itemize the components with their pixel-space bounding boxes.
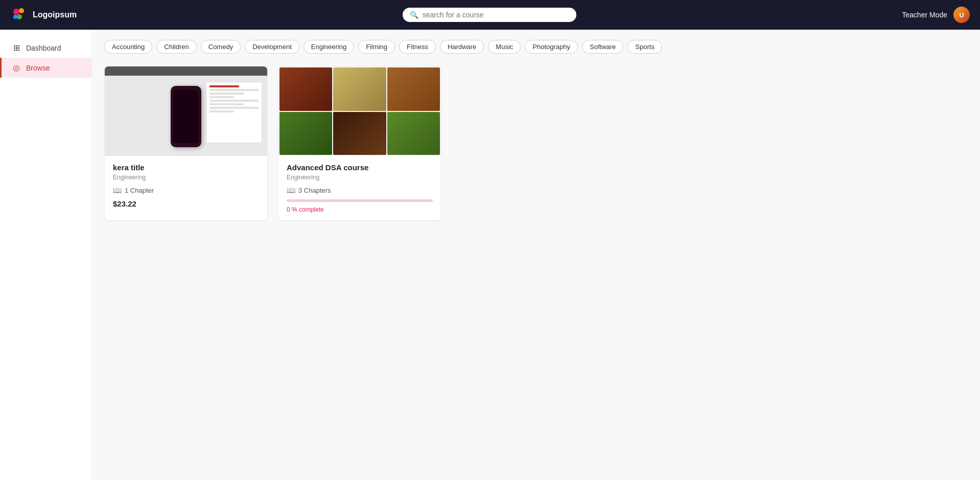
teacher-mode-area: Teacher Mode U: [902, 7, 970, 23]
avatar[interactable]: U: [953, 7, 970, 23]
category-tag-development[interactable]: Development: [245, 40, 299, 54]
teacher-mode-label: Teacher Mode: [902, 11, 947, 19]
category-tag-music[interactable]: Music: [488, 40, 521, 54]
topbar: Logoipsum 🔍 Teacher Mode U: [0, 0, 980, 30]
spice-cell-4: [279, 112, 332, 155]
dashboard-icon: ⊞: [12, 43, 21, 53]
category-tag-hardware[interactable]: Hardware: [440, 40, 484, 54]
doc-line: [209, 110, 234, 112]
course-price-kera: $23.22: [113, 199, 259, 208]
doc-preview: [206, 82, 262, 143]
phone-screen: [173, 90, 199, 143]
doc-line: [209, 103, 244, 105]
doc-line: [209, 89, 259, 91]
progress-text: 0 % complete: [287, 206, 433, 213]
category-tag-children[interactable]: Children: [156, 40, 196, 54]
svg-point-0: [13, 9, 19, 15]
category-tag-engineering[interactable]: Engineering: [304, 40, 354, 54]
logo-area: Logoipsum: [10, 6, 77, 24]
spice-cell-3: [387, 67, 440, 111]
browse-icon: ◎: [12, 63, 21, 73]
course-info-kera: kera title Engineering 📖 1 Chapter $23.2…: [105, 156, 267, 215]
main-layout: ⊞ Dashboard ◎ Browse AccountingChildrenC…: [0, 30, 980, 480]
doc-line: [209, 93, 244, 95]
phone-mockup: [171, 86, 201, 147]
chapters-label-dsa: 3 Chapters: [298, 187, 331, 194]
course-title-kera: kera title: [113, 163, 259, 172]
progress-bar-container: [287, 199, 433, 202]
category-tag-filming[interactable]: Filming: [358, 40, 395, 54]
doc-line: [209, 96, 234, 98]
course-thumbnail-dsa: [278, 66, 441, 156]
course-category-dsa: Engineering: [287, 174, 433, 181]
course-card-kera-title[interactable]: kera title Engineering 📖 1 Chapter $23.2…: [104, 66, 268, 221]
book-icon-dsa: 📖: [287, 186, 295, 194]
course-info-dsa: Advanced DSA course Engineering 📖 3 Chap…: [278, 156, 441, 220]
category-tag-accounting[interactable]: Accounting: [104, 40, 152, 54]
doc-line: [209, 100, 259, 102]
logo-icon: [10, 6, 29, 24]
sidebar: ⊞ Dashboard ◎ Browse: [0, 30, 92, 480]
course-title-dsa: Advanced DSA course: [287, 163, 433, 172]
browser-bar: [105, 66, 267, 76]
course-category-kera: Engineering: [113, 174, 259, 181]
course-grid: kera title Engineering 📖 1 Chapter $23.2…: [104, 66, 968, 221]
svg-point-3: [13, 15, 17, 19]
spice-cell-6: [387, 112, 440, 155]
spice-cell-2: [333, 67, 386, 111]
search-bar[interactable]: 🔍: [403, 8, 576, 22]
category-tag-comedy[interactable]: Comedy: [201, 40, 241, 54]
course-chapters-kera: 📖 1 Chapter: [113, 186, 259, 194]
doc-line: [209, 107, 259, 109]
category-tag-photography[interactable]: Photography: [525, 40, 578, 54]
svg-point-1: [19, 8, 24, 13]
logo-text: Logoipsum: [33, 10, 77, 19]
chapters-label-kera: 1 Chapter: [125, 187, 154, 194]
course-card-advanced-dsa[interactable]: Advanced DSA course Engineering 📖 3 Chap…: [278, 66, 441, 221]
sidebar-item-label-dashboard: Dashboard: [26, 44, 61, 52]
search-input[interactable]: [423, 11, 569, 19]
category-tag-fitness[interactable]: Fitness: [399, 40, 436, 54]
spice-cell-1: [279, 67, 332, 111]
sidebar-item-dashboard[interactable]: ⊞ Dashboard: [0, 38, 91, 58]
category-tag-software[interactable]: Software: [582, 40, 623, 54]
doc-line: [209, 85, 239, 87]
spice-cell-5: [333, 112, 386, 155]
svg-point-2: [17, 14, 22, 19]
course-thumbnail-kera: [105, 66, 267, 156]
category-tag-sports[interactable]: Sports: [627, 40, 662, 54]
sidebar-item-label-browse: Browse: [26, 64, 50, 72]
book-icon: 📖: [113, 186, 122, 194]
content-area: AccountingChildrenComedyDevelopmentEngin…: [92, 30, 980, 480]
search-icon: 🔍: [410, 11, 418, 19]
course-chapters-dsa: 📖 3 Chapters: [287, 186, 433, 194]
sidebar-item-browse[interactable]: ◎ Browse: [0, 58, 91, 78]
category-tags: AccountingChildrenComedyDevelopmentEngin…: [104, 40, 968, 54]
